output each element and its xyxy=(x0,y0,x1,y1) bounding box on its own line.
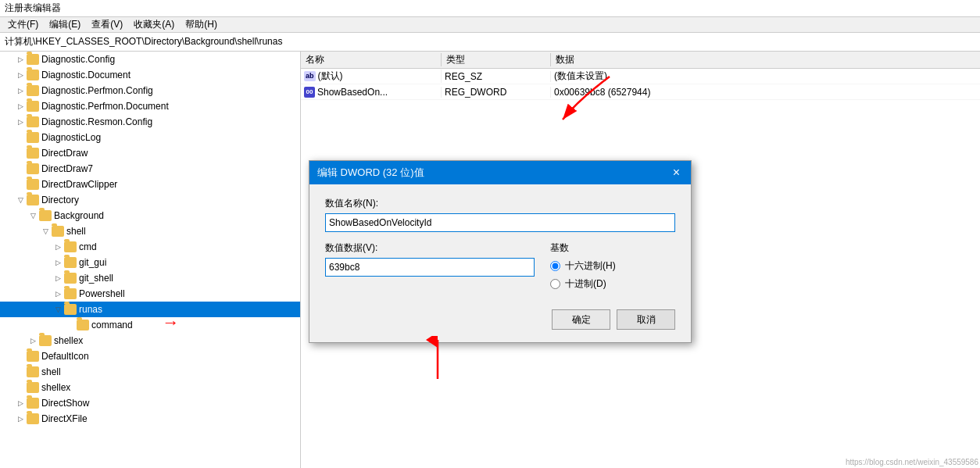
base-section: 基数 十六进制(H) 十进制(D) xyxy=(550,241,675,291)
value-data-section: 数值数据(V): xyxy=(325,241,535,286)
dialog-overlay: 编辑 DWORD (32 位)值 × 数值名称(N): 数值数据(V): 基数 … xyxy=(0,0,980,468)
dialog-title-bar: 编辑 DWORD (32 位)值 × xyxy=(309,161,691,184)
value-name-label: 数值名称(N): xyxy=(325,197,675,210)
radio-hex-input[interactable] xyxy=(550,261,560,271)
ok-button[interactable]: 确定 xyxy=(552,309,610,330)
dialog-row: 数值数据(V): 基数 十六进制(H) 十进制(D) xyxy=(325,241,675,291)
radio-hex-label[interactable]: 十六进制(H) xyxy=(550,259,675,273)
radio-group: 十六进制(H) 十进制(D) xyxy=(550,259,675,291)
radio-hex-text: 十六进制(H) xyxy=(565,259,616,273)
radio-dec-label[interactable]: 十进制(D) xyxy=(550,277,675,291)
radio-dec-input[interactable] xyxy=(550,279,560,289)
value-name-input[interactable] xyxy=(325,213,675,232)
edit-dword-dialog: 编辑 DWORD (32 位)值 × 数值名称(N): 数值数据(V): 基数 … xyxy=(309,160,692,343)
value-data-input[interactable] xyxy=(325,258,535,277)
cancel-button[interactable]: 取消 xyxy=(617,309,675,330)
dialog-body: 数值名称(N): 数值数据(V): 基数 十六进制(H) xyxy=(309,184,691,342)
base-title: 基数 xyxy=(550,241,675,255)
dialog-buttons: 确定 取消 xyxy=(325,302,675,330)
dialog-close-button[interactable]: × xyxy=(670,166,683,180)
value-data-label: 数值数据(V): xyxy=(325,241,535,255)
dialog-title-text: 编辑 DWORD (32 位)值 xyxy=(317,166,424,180)
radio-dec-text: 十进制(D) xyxy=(565,277,606,291)
